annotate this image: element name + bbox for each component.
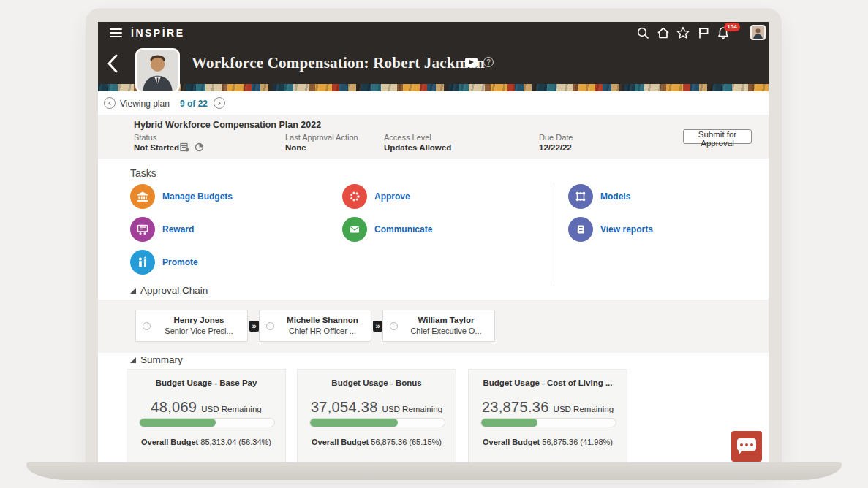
viewing-plan-label: Viewing plan [120,99,170,109]
approver-radio[interactable] [390,322,398,330]
task-communicate[interactable]: Communicate [342,217,432,242]
tasks-column-divider [554,183,554,282]
page-title: Workforce Compensation: Robert Jackman [192,54,485,72]
plan-name: Hybrid Workforce Compensation Plan 2022 [134,120,321,130]
user-avatar[interactable] [750,25,766,40]
budget-progress-bar [480,418,616,427]
budget-card-bonus: Budget Usage - Bonus 37,054.38USD Remain… [297,369,456,462]
next-plan-button[interactable]: › [214,97,225,109]
approval-chain-panel: Henry Jones Senior Vice Presi... » Miche… [98,300,769,353]
task-reward[interactable]: Reward [130,217,194,242]
approver-card[interactable]: William Taylor Chief Executive O... [382,310,495,342]
collapse-triangle-icon[interactable] [130,288,136,294]
reward-board-icon [130,217,155,242]
plan-info-panel: Hybrid Workforce Compensation Plan 2022 … [98,115,769,159]
bank-icon [130,184,155,209]
status-icons [180,142,204,152]
model-nodes-icon [568,184,593,209]
chain-arrow-icon: » [373,321,382,332]
home-icon[interactable] [656,26,671,40]
laptop-base [26,462,842,480]
back-button[interactable] [107,54,123,73]
help-icon[interactable]: ? [483,57,494,67]
approver-radio[interactable] [143,322,151,330]
task-approve[interactable]: Approve [342,184,410,209]
dotted-circle-icon [342,184,367,209]
brand-logo: İNSPİRE [131,27,185,39]
envelope-icon [342,217,367,242]
previous-plan-button[interactable]: ‹ [104,97,116,109]
video-icon[interactable] [465,58,478,67]
access-level-value: Updates Allowed [384,143,451,152]
decorative-banner-strip [98,84,769,91]
notification-count-badge[interactable]: 154 [724,23,740,31]
budget-card-base-pay: Budget Usage - Base Pay 48,069USD Remain… [127,369,286,462]
status-value: Not Started [134,143,179,152]
pie-chart-icon[interactable] [195,142,204,152]
remaining-amount: 48,069 [151,399,197,415]
summary-heading: Summary [130,354,183,365]
chat-widget-button[interactable] [731,431,762,462]
remaining-amount: 23,875.36 [482,399,549,415]
approver-card[interactable]: Michelle Shannon Chief HR Officer ... [259,310,371,342]
chat-bubble-icon [737,438,756,451]
tasks-heading: Tasks [130,167,156,179]
task-promote[interactable]: Promote [130,250,198,275]
plan-position[interactable]: 9 of 22 [180,99,208,109]
chain-arrow-icon: » [249,321,259,332]
worksheet-icon[interactable] [180,142,189,152]
approver-card[interactable]: Henry Jones Senior Vice Presi... [135,310,248,342]
flag-icon[interactable] [696,26,711,40]
budget-progress-bar [139,418,275,427]
approver-radio[interactable] [266,322,274,330]
page: İNSPİRE 154 [0,0,868,488]
top-bar: İNSPİRE 154 [98,22,769,44]
employee-photo [135,48,180,93]
menu-icon[interactable] [110,28,122,37]
favorites-star-icon[interactable] [676,26,690,40]
access-level-label: Access Level [384,133,431,142]
app-screen: İNSPİRE 154 [98,22,769,462]
status-label: Status [134,133,156,142]
submit-for-approval-button[interactable]: Submit for Approval [683,129,752,144]
due-date-label: Due Date [539,133,573,142]
approval-chain-heading: Approval Chain [130,285,208,296]
promote-people-icon [130,250,155,275]
due-date-value: 12/22/22 [539,143,572,152]
last-action-label: Last Approval Action [285,133,358,142]
search-icon[interactable] [635,26,650,40]
report-scroll-icon [568,217,593,242]
remaining-amount: 37,054.38 [311,399,378,415]
plan-navigation: ‹ Viewing plan 9 of 22 › [98,91,769,115]
last-action-value: None [285,143,306,152]
budget-card-cost-of-living: Budget Usage - Cost of Living ... 23,875… [468,369,627,462]
task-manage-budgets[interactable]: Manage Budgets [130,184,233,209]
task-models[interactable]: Models [568,184,630,209]
budget-progress-bar [309,418,445,427]
collapse-triangle-icon[interactable] [130,357,136,363]
task-view-reports[interactable]: View reports [568,217,653,242]
